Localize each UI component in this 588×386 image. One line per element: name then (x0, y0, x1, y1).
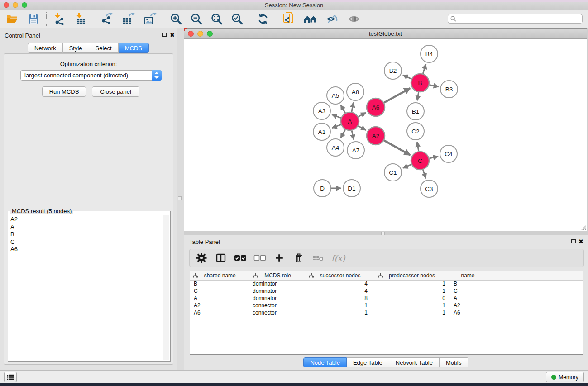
network-node-b1[interactable]: B1 (407, 103, 424, 120)
refresh-button[interactable] (256, 12, 270, 26)
save-session-button[interactable] (26, 12, 41, 26)
network-node-b2[interactable]: B2 (384, 62, 402, 79)
mcds-list-scrollbar[interactable] (163, 215, 169, 360)
search-input[interactable] (448, 14, 583, 24)
network-node-a5[interactable]: A5 (327, 87, 344, 104)
network-edge[interactable] (352, 131, 354, 140)
network-node-c4[interactable]: C4 (440, 145, 457, 162)
close-table-panel-icon[interactable]: ✖ (578, 238, 583, 245)
mcds-result-item[interactable]: A (10, 224, 18, 231)
network-canvas[interactable]: B4B2BB3A5A8A6A3B1AA1C2A2A4A7C4CC1C3DD1 (184, 39, 587, 231)
network-node-a4[interactable]: A4 (327, 139, 344, 156)
horizontal-splitter-grip[interactable] (381, 232, 385, 235)
network-node-a7[interactable]: A7 (347, 142, 364, 159)
network-overview-button[interactable] (303, 12, 318, 26)
table-row[interactable]: A6connector11A6 (190, 309, 583, 316)
show-hide-graphics-details-button[interactable] (347, 12, 361, 26)
network-node-c2[interactable]: C2 (407, 123, 424, 140)
criterion-dropdown[interactable]: largest connected component (directed) (20, 70, 162, 81)
network-node-d1[interactable]: D1 (343, 180, 360, 197)
network-node-c1[interactable]: C1 (384, 164, 402, 181)
export-table-button[interactable] (121, 12, 136, 26)
table-row[interactable]: Cdominator41C (190, 287, 583, 295)
mcds-result-item[interactable]: A6 (10, 246, 18, 253)
network-node-a[interactable]: A (341, 112, 359, 130)
function-builder-button[interactable]: f(x) (331, 253, 345, 263)
network-node-b[interactable]: B (411, 74, 429, 92)
mcds-result-item[interactable]: B (10, 231, 18, 238)
network-node-b3[interactable]: B3 (440, 81, 458, 98)
column-header-mcds-role[interactable]: MCDS role (250, 271, 306, 280)
network-edge[interactable] (403, 164, 411, 168)
delete-column-button[interactable] (292, 252, 305, 264)
export-image-button[interactable] (143, 12, 158, 26)
network-edge[interactable] (417, 142, 419, 152)
show-hide-annotations-button[interactable] (325, 12, 339, 26)
import-network-button[interactable] (52, 12, 67, 26)
network-node-b4[interactable]: B4 (421, 45, 438, 62)
network-node-d[interactable]: D (314, 180, 331, 197)
network-node-c[interactable]: C (411, 152, 429, 170)
column-header-name[interactable]: name (449, 271, 487, 280)
float-panel-icon[interactable] (162, 33, 167, 37)
tab-mcds[interactable]: MCDS (119, 43, 149, 53)
run-mcds-button[interactable]: Run MCDS (42, 86, 86, 97)
column-header-shared-name[interactable]: shared name (190, 271, 250, 280)
table-row[interactable]: Bdominator41B (190, 280, 583, 287)
network-edge[interactable] (358, 113, 366, 117)
close-panel-button[interactable]: Close panel (92, 86, 139, 97)
deselect-all-button[interactable] (253, 252, 266, 264)
network-edge[interactable] (384, 88, 410, 103)
settings-gear-button[interactable] (195, 252, 208, 264)
table-row[interactable]: Adominator80A (190, 295, 583, 302)
memory-button[interactable]: Memory (546, 372, 584, 382)
zoom-in-button[interactable] (169, 12, 183, 26)
tab-node-table[interactable]: Node Table (303, 357, 347, 367)
open-file-button[interactable] (5, 12, 19, 26)
delete-table-button[interactable] (312, 252, 325, 264)
network-node-a2[interactable]: A2 (367, 127, 385, 145)
network-edge[interactable] (430, 85, 439, 86)
zoom-out-button[interactable] (189, 12, 204, 26)
network-edge[interactable] (417, 92, 419, 101)
network-edge[interactable] (332, 114, 341, 118)
network-edge[interactable] (341, 105, 345, 113)
select-all-button[interactable] (234, 252, 247, 264)
tab-select[interactable]: Select (89, 43, 119, 53)
tab-network-table[interactable]: Network Table (389, 357, 440, 367)
zoom-fit-button[interactable] (210, 12, 224, 26)
network-edge[interactable] (384, 140, 410, 155)
network-edge[interactable] (403, 75, 411, 79)
network-node-c3[interactable]: C3 (421, 180, 438, 197)
float-table-panel-icon[interactable] (571, 239, 576, 243)
network-node-a8[interactable]: A8 (347, 83, 364, 100)
network-edge[interactable] (423, 170, 425, 178)
mcds-result-item[interactable]: A2 (10, 216, 18, 224)
splitter-grip[interactable] (178, 196, 182, 200)
tab-style[interactable]: Style (63, 43, 89, 53)
tab-edge-table[interactable]: Edge Table (347, 357, 389, 367)
task-history-button[interactable] (4, 372, 17, 382)
new-network-from-selection-button[interactable] (282, 12, 296, 26)
network-node-a1[interactable]: A1 (313, 123, 330, 140)
zoom-selected-button[interactable] (230, 12, 244, 26)
import-table-button[interactable] (74, 12, 88, 26)
show-columns-button[interactable] (215, 252, 227, 264)
table-row[interactable]: A2connector11A2 (190, 302, 583, 309)
column-header-predecessor-nodes[interactable]: predecessor nodes (375, 271, 449, 280)
network-edge[interactable] (332, 124, 341, 128)
panel-splitter[interactable] (177, 28, 184, 370)
network-edge[interactable] (358, 126, 366, 130)
mcds-result-item[interactable]: C (10, 238, 18, 246)
network-edge[interactable] (429, 157, 438, 159)
resize-grip-icon[interactable] (580, 224, 586, 230)
close-panel-icon[interactable]: ✖ (170, 32, 175, 38)
tab-network[interactable]: Network (28, 43, 63, 53)
network-node-a3[interactable]: A3 (313, 102, 330, 119)
export-network-button[interactable] (100, 12, 114, 26)
node-table-grid[interactable]: shared nameMCDS rolesuccessor nodesprede… (190, 271, 583, 316)
network-edge[interactable] (423, 64, 426, 74)
tab-motifs[interactable]: Motifs (440, 357, 468, 367)
network-edge[interactable] (341, 129, 345, 138)
network-edge[interactable] (352, 103, 354, 112)
